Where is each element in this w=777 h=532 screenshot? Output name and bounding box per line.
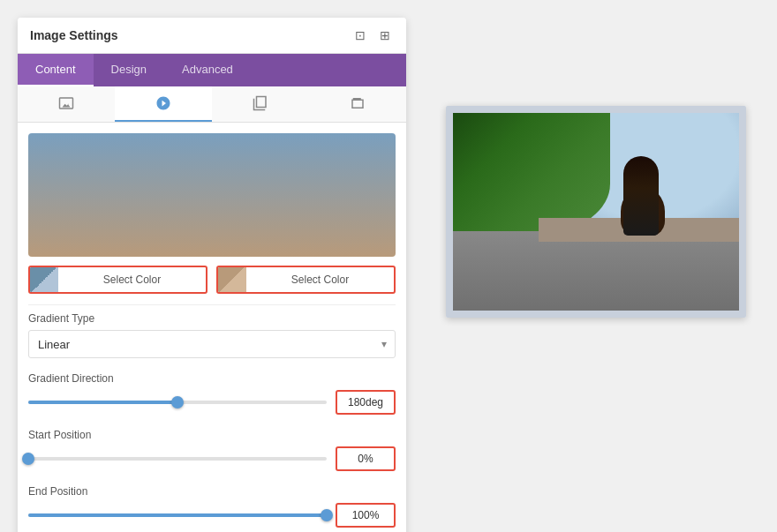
- end-position-input[interactable]: [336, 503, 396, 528]
- panel-title: Image Settings: [30, 28, 118, 42]
- photo-road: [453, 231, 739, 311]
- end-position-fill: [28, 513, 327, 517]
- gradient-type-select[interactable]: Linear Radial Conic: [28, 330, 396, 358]
- end-position-thumb: [321, 509, 333, 521]
- main-tabs: Content Design Advanced: [18, 54, 406, 86]
- start-position-input[interactable]: [336, 446, 396, 471]
- tab-design[interactable]: Design: [94, 54, 164, 86]
- image-container: [433, 18, 759, 318]
- icon-tabs: [18, 86, 406, 123]
- photo-trees: [453, 113, 610, 231]
- gradient-direction-track[interactable]: [28, 401, 327, 404]
- image-icon: [58, 95, 74, 111]
- color-swatch-2: [218, 267, 246, 292]
- panel-header: Image Settings ⊡ ⊞: [18, 18, 406, 54]
- gradient-direction-fill: [28, 401, 177, 404]
- icon-tab-image[interactable]: [18, 86, 115, 122]
- color-label-2: Select Color: [246, 273, 394, 286]
- start-position-track[interactable]: [28, 457, 327, 461]
- grid-icon[interactable]: ⊞: [376, 26, 394, 44]
- color-label-1: Select Color: [58, 273, 206, 286]
- color-swatch-1: [30, 267, 58, 292]
- end-position-section: End Position: [18, 480, 406, 532]
- gradient-type-section: Gradient Type Linear Radial Conic ▾: [18, 307, 406, 367]
- overlay-icon: [155, 95, 171, 111]
- icon-tab-link[interactable]: [309, 86, 406, 122]
- gradient-type-label: Gradient Type: [28, 312, 396, 325]
- image-settings-panel: Image Settings ⊡ ⊞ Content Design Advanc…: [18, 18, 406, 532]
- panel-header-icons: ⊡ ⊞: [351, 26, 394, 44]
- tab-advanced[interactable]: Advanced: [164, 54, 251, 86]
- color-selector-2[interactable]: Select Color: [216, 266, 396, 294]
- icon-tab-overlay[interactable]: [115, 86, 212, 122]
- icon-tab-size[interactable]: [212, 86, 309, 122]
- gradient-direction-input[interactable]: [336, 390, 396, 415]
- size-icon: [253, 95, 268, 111]
- link-icon: [350, 95, 366, 111]
- gradient-direction-label: Gradient Direction: [28, 372, 396, 385]
- photo-background: [453, 113, 739, 311]
- end-position-row: [28, 503, 396, 528]
- start-position-thumb: [22, 453, 34, 465]
- gradient-direction-row: [28, 390, 396, 415]
- image-frame: [446, 106, 746, 318]
- divider-1: [28, 304, 396, 305]
- start-position-row: [28, 446, 396, 471]
- gradient-preview: [28, 133, 396, 257]
- start-position-section: Start Position: [18, 423, 406, 480]
- gradient-type-select-wrapper: Linear Radial Conic ▾: [28, 330, 396, 358]
- end-position-label: End Position: [28, 485, 396, 498]
- color-selector-1[interactable]: Select Color: [28, 266, 207, 294]
- start-position-label: Start Position: [28, 429, 396, 441]
- gradient-direction-thumb: [171, 396, 184, 408]
- end-position-track[interactable]: [28, 513, 327, 517]
- tab-content[interactable]: Content: [18, 54, 94, 86]
- photo-figure: [623, 156, 659, 236]
- gradient-direction-section: Gradient Direction: [18, 367, 406, 423]
- color-selectors: Select Color Select Color: [18, 266, 406, 303]
- expand-icon[interactable]: ⊡: [351, 26, 369, 44]
